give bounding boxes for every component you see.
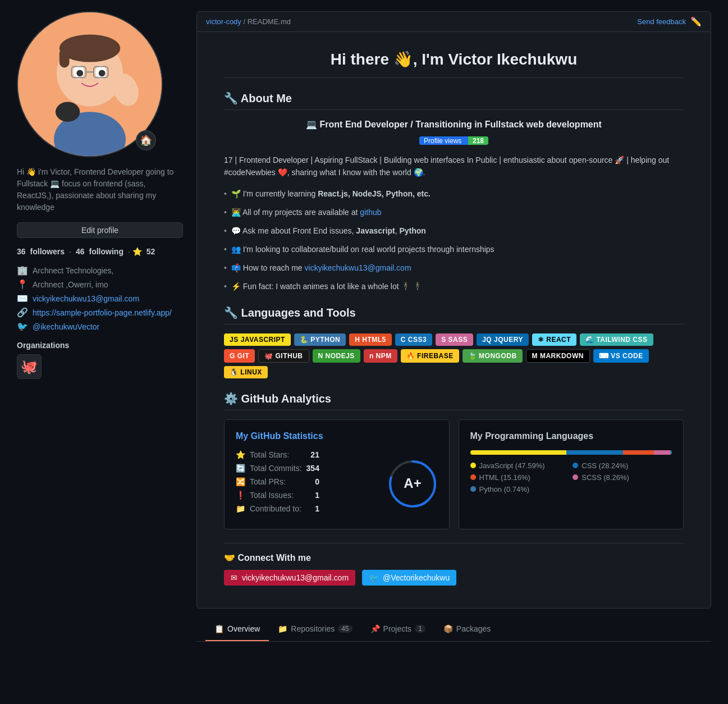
email-icon-btn: ✉ (231, 573, 237, 582)
packages-icon: 📦 (443, 624, 453, 633)
building-icon: 🏢 (17, 265, 28, 276)
main-content: victor-cody / README.md Send feedback ✏️… (196, 11, 711, 642)
grade-circle-svg: A+ (387, 459, 438, 509)
breadcrumb: victor-cody / README.md (206, 17, 291, 26)
following-label: following (89, 247, 123, 256)
tab-packages[interactable]: 📦 Packages (434, 618, 500, 641)
badge-git: G GIT (224, 349, 255, 363)
stats-row: 🔄 Total Commits: 354 (236, 464, 319, 473)
edit-icon[interactable]: ✏️ (690, 16, 702, 27)
svg-point-13 (56, 102, 80, 122)
meta-location: 📍 Archnect ,Owerri, imo (17, 279, 183, 290)
email-icon: ✉️ (17, 293, 28, 304)
badge-css3: C CSS3 (395, 333, 432, 346)
sidebar-meta: 🏢 Archnect Technologies, 📍 Archnect ,Owe… (17, 265, 183, 332)
email-link[interactable]: vickyikechukwu13@gmail.com (33, 294, 139, 303)
stats-row: 🔀 Total PRs: 0 (236, 477, 319, 486)
email-bullet-link[interactable]: vickyikechukwu13@gmail.com (305, 263, 411, 272)
avatar-container: 🏠 (17, 11, 163, 157)
about-subtitle: 💻 Front End Developer / Transitioning in… (224, 119, 684, 130)
tab-overview[interactable]: 📋 Overview (205, 618, 269, 641)
readme-header: victor-cody / README.md Send feedback ✏️ (197, 12, 711, 32)
svg-point-7 (76, 70, 83, 76)
analytics-section: ⚙️ GitHub Analytics My GitHub Statistics… (224, 392, 684, 529)
tab-projects[interactable]: 📌 Projects 1 (361, 618, 434, 641)
lang-card-title: My Programming Languages (470, 431, 672, 441)
stars-count: 52 (146, 247, 155, 256)
badge-markdown: M MARKDOWN (526, 349, 590, 363)
html-dot (470, 474, 476, 480)
list-item: 📫 How to reach me vickyikechukwu13@gmail… (224, 262, 684, 274)
website-link[interactable]: https://sample-portfolio-page.netlify.ap… (33, 308, 172, 317)
badge-linux: 🐧 LINUX (224, 366, 268, 378)
about-section: 🔧 About Me 💻 Front End Developer / Trans… (224, 92, 684, 292)
location-icon: 📍 (17, 279, 28, 290)
meta-twitter: 🐦 @ikechukwuVector (17, 321, 183, 332)
org-avatar[interactable]: 🐙 (17, 354, 42, 379)
badge-react: ⚛ REACT (532, 333, 576, 346)
readme-card: victor-cody / README.md Send feedback ✏️… (196, 11, 711, 609)
analytics-heading: ⚙️ GitHub Analytics (224, 392, 684, 410)
followers-label: followers (30, 247, 65, 256)
grade-container: A+ (387, 459, 438, 509)
python-dot (470, 486, 476, 492)
badge-github: 🐙 GITHUB (258, 349, 309, 363)
contact-twitter-button[interactable]: 🐦 @Vectorikechukwu (362, 570, 456, 586)
twitter-icon: 🐦 (17, 321, 28, 332)
list-item: 🌱 I'm currently learning React.js, NodeJ… (224, 188, 684, 200)
css-dot (573, 463, 578, 468)
svg-point-8 (99, 70, 106, 76)
lang-item-js: JavaScript (47.59%) (470, 461, 570, 470)
contact-heading: 🤝 Connect With me (224, 552, 684, 563)
language-bar (470, 450, 672, 455)
repositories-count: 45 (338, 625, 352, 633)
tools-heading: 🔧 Languages and Tools (224, 306, 684, 324)
organizations-heading: Organizations (17, 341, 183, 350)
lang-item-css: CSS (28.24%) (573, 461, 672, 470)
badge-mongodb: 🍃 MONGODB (463, 349, 523, 363)
analytics-grid: My GitHub Statistics ⭐ Total Stars: 21 (224, 419, 684, 529)
profile-views-badge: Profile views 218 (419, 136, 488, 145)
badge-firebase: 🔥 FIREBASE (401, 349, 459, 363)
overview-icon: 📋 (214, 624, 224, 633)
about-description: 17 | Frontend Developer | Aspiring FullS… (224, 154, 684, 179)
breadcrumb-user[interactable]: victor-cody (206, 17, 241, 26)
list-item: 👨‍💻 All of my projects are available at … (224, 207, 684, 218)
svg-rect-4 (59, 48, 70, 67)
profile-views-container: Profile views 218 (224, 136, 684, 145)
breadcrumb-ext: .md (278, 17, 291, 26)
contact-section: 🤝 Connect With me ✉ vickyikechukwu13@gma… (224, 543, 684, 590)
tools-grid: JS JAVASCRIPT 🐍 PYTHON H HTML5 C CSS3 S … (224, 333, 684, 378)
twitter-link[interactable]: @ikechukwuVector (33, 322, 99, 331)
badge-javascript: JS JAVASCRIPT (224, 333, 291, 346)
following-count[interactable]: 46 (76, 247, 85, 256)
tab-repositories[interactable]: 📁 Repositories 45 (269, 618, 361, 641)
contact-email-button[interactable]: ✉ vickyikechukwu13@gmail.com (224, 570, 355, 586)
projects-icon: 📌 (370, 624, 380, 633)
followers-count[interactable]: 36 (17, 247, 26, 256)
badge-jquery: JQ JQUERY (477, 333, 529, 346)
edit-profile-button[interactable]: Edit profile (17, 222, 183, 238)
meta-email: ✉️ vickyikechukwu13@gmail.com (17, 293, 183, 304)
stats-with-grade: ⭐ Total Stars: 21 🔄 Total Commits: 354 (236, 450, 438, 518)
github-link[interactable]: github (360, 208, 381, 217)
tools-section: 🔧 Languages and Tools JS JAVASCRIPT 🐍 PY… (224, 306, 684, 378)
profile-views-count: 218 (468, 136, 488, 145)
readme-body: Hi there 👋, I'm Victor Ikechukwu 🔧 About… (197, 32, 711, 608)
stats-table: ⭐ Total Stars: 21 🔄 Total Commits: 354 (236, 450, 319, 518)
bullet-list: 🌱 I'm currently learning React.js, NodeJ… (224, 188, 684, 292)
profile-title: Hi there 👋, I'm Victor Ikechukwu (224, 50, 684, 78)
about-heading: 🔧 About Me (224, 92, 684, 110)
badge-vscode: ⌨ VS CODE (593, 349, 649, 363)
stats-row: ❗ Total Issues: 1 (236, 491, 319, 500)
projects-count: 1 (415, 625, 425, 633)
badge-npm: n NPM (364, 349, 397, 363)
badge-sass: S SASS (436, 333, 473, 346)
link-icon: 🔗 (17, 307, 28, 318)
send-feedback-link[interactable]: Send feedback (637, 17, 686, 26)
svg-text:A+: A+ (404, 476, 421, 491)
readme-actions: Send feedback ✏️ (637, 16, 702, 27)
list-item: ⚡ Fun fact: I watch animes a lot like a … (224, 281, 684, 292)
badge-html5: H HTML5 (349, 333, 392, 346)
lang-item-python: Python (0.74%) (470, 485, 570, 493)
